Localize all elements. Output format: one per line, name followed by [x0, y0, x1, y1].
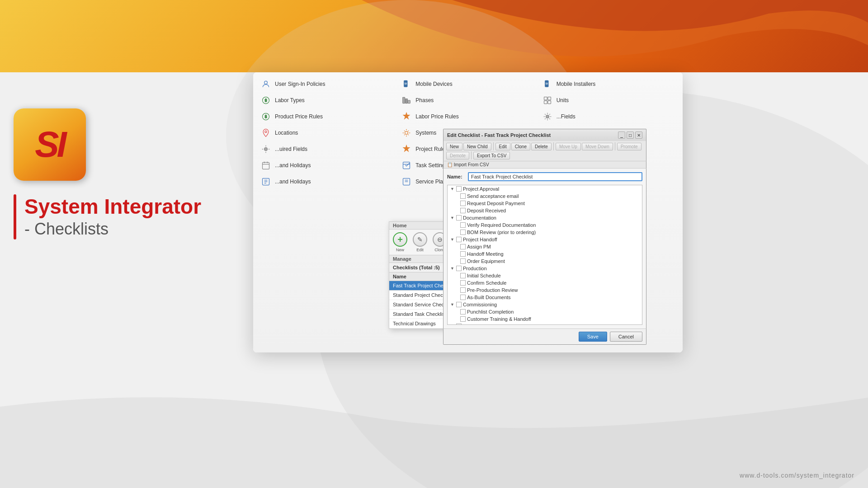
new-label: New — [396, 248, 404, 252]
new-button[interactable]: + — [393, 232, 407, 247]
nav-label-units: Units — [557, 97, 569, 103]
nav-units[interactable]: Units — [538, 92, 679, 108]
tree-send-acceptance[interactable]: Send acceptance email — [448, 192, 642, 200]
tree-confirm-schedule[interactable]: Confirm Schedule — [448, 279, 642, 286]
tree-label: Pre-Production Review — [467, 287, 518, 293]
tree-checkbox[interactable] — [456, 266, 462, 271]
phases-icon — [401, 95, 412, 106]
toolbar-promote-button[interactable]: Promote — [617, 143, 642, 150]
tree-checkbox[interactable] — [460, 287, 466, 293]
toolbar-clone-button[interactable]: Clone — [511, 143, 530, 150]
tree-as-built-documents[interactable]: As-Built Documents — [448, 294, 642, 301]
tree-handoff-meeting[interactable]: Handoff Meeting — [448, 250, 642, 258]
nav-user-sign-in[interactable]: User Sign-In Policies — [257, 76, 397, 92]
logo-text: SI — [35, 127, 65, 163]
tree-label: Deposit Received — [467, 208, 506, 213]
svg-point-18 — [546, 115, 549, 118]
tree-assign-pm[interactable]: Assign PM — [448, 243, 642, 250]
name-field-row: Name: — [447, 172, 642, 181]
tree-project-handoff[interactable]: ▼ Project Handoff — [448, 236, 642, 243]
tree-checkbox[interactable] — [460, 201, 466, 206]
tree-request-deposit[interactable]: Request Deposit Payment — [448, 200, 642, 207]
nav-required-fields[interactable]: ...uired Fields — [257, 141, 397, 157]
toolbar-move-down-button[interactable]: Move Down — [582, 143, 613, 150]
tree-bom-review[interactable]: BOM Review (prior to ordering) — [448, 229, 642, 236]
tree-checkbox[interactable] — [460, 230, 466, 235]
nav-label-custom-fields: ...Fields — [557, 113, 576, 120]
tree-order-equipment[interactable]: Order Equipment — [448, 258, 642, 265]
nav-service-plan-items[interactable]: ...and Holidays — [257, 174, 397, 190]
toolbar-delete-button[interactable]: Delete — [531, 143, 552, 150]
tree-checkbox[interactable] — [460, 193, 466, 199]
tree-checkbox[interactable] — [456, 215, 462, 221]
svg-rect-13 — [547, 97, 551, 100]
toolbar-demote-button[interactable]: Demote — [446, 152, 469, 160]
nav-holidays[interactable]: ...and Holidays — [257, 157, 397, 174]
expand-icon: ▼ — [450, 324, 455, 325]
nav-mobile-devices[interactable]: SI Mobile Devices — [397, 76, 538, 92]
tree-punchlist-completion[interactable]: Punchlist Completion — [448, 308, 642, 315]
toolbar-new-button[interactable]: New — [446, 143, 462, 150]
tree-documentation[interactable]: ▼ Documentation — [448, 214, 642, 221]
tree-production[interactable]: ▼ Production — [448, 265, 642, 272]
tree-checkbox[interactable] — [456, 302, 462, 307]
tree-checkbox[interactable] — [460, 251, 466, 257]
tree-project-closeout[interactable]: ▼ Project Closeout — [448, 323, 642, 325]
brand-block: System Integrator - Checklists — [14, 194, 201, 239]
tree-checkbox[interactable] — [460, 208, 466, 213]
task-settings-icon — [401, 160, 412, 171]
tree-deposit-received[interactable]: Deposit Received — [448, 207, 642, 214]
tree-checkbox[interactable] — [460, 309, 466, 314]
labor-price-rules-icon — [401, 111, 412, 122]
nav-labor-price-rules[interactable]: Labor Price Rules — [397, 108, 538, 125]
nav-product-price-rules[interactable]: $ Product Price Rules — [257, 108, 397, 125]
name-input[interactable] — [468, 172, 642, 181]
tree-checkbox[interactable] — [460, 280, 466, 286]
tree-project-approval[interactable]: ▼ Project Approval — [448, 185, 642, 192]
name-label: Name: — [447, 174, 464, 179]
maximize-button[interactable]: □ — [627, 131, 634, 139]
nav-mobile-installers[interactable]: SI Mobile Installers — [538, 76, 679, 92]
tree-label: BOM Review (prior to ordering) — [467, 230, 536, 235]
checklist-tree: ▼ Project Approval Send acceptance email… — [447, 185, 642, 325]
brand-subtitle: - Checklists — [24, 220, 201, 239]
cancel-button[interactable]: Cancel — [610, 332, 642, 342]
tree-customer-training[interactable]: Customer Training & Handoff — [448, 315, 642, 323]
tree-commissioning[interactable]: ▼ Commissioning — [448, 301, 642, 308]
svg-text:SI: SI — [545, 82, 548, 85]
tree-checkbox[interactable] — [460, 222, 466, 228]
toolbar-move-up-button[interactable]: Move Up — [556, 143, 581, 150]
tree-checkbox[interactable] — [456, 324, 462, 325]
close-button[interactable]: ✕ — [635, 131, 642, 139]
tree-checkbox[interactable] — [460, 273, 466, 278]
tree-checkbox[interactable] — [460, 244, 466, 249]
minimize-button[interactable]: _ — [618, 131, 625, 139]
nav-labor-types[interactable]: $ Labor Types — [257, 92, 397, 108]
toolbar-export-csv-button[interactable]: Export To CSV — [473, 152, 510, 160]
tree-label: Initial Schedule — [467, 273, 501, 278]
nav-phases[interactable]: Phases — [397, 92, 538, 108]
edit-btn-group: ✎ Edit — [413, 232, 427, 252]
tree-checkbox[interactable] — [456, 186, 462, 192]
tree-label: Send acceptance email — [467, 193, 519, 199]
labor-types-icon: $ — [260, 95, 271, 106]
units-icon — [542, 95, 553, 106]
svg-point-2 — [264, 81, 268, 84]
edit-button[interactable]: ✎ — [413, 232, 427, 247]
save-button[interactable]: Save — [579, 332, 607, 342]
toolbar-edit-button[interactable]: Edit — [495, 143, 510, 150]
svg-rect-23 — [263, 162, 269, 169]
nav-custom-fields[interactable]: ...Fields — [538, 108, 679, 125]
tree-checkbox[interactable] — [456, 237, 462, 242]
nav-label-phases: Phases — [415, 97, 434, 103]
import-csv-row[interactable]: 📋 Import From CSV — [443, 161, 646, 169]
tree-checkbox[interactable] — [460, 316, 466, 322]
tree-pre-production-review[interactable]: Pre-Production Review — [448, 286, 642, 294]
tree-checkbox[interactable] — [460, 258, 466, 264]
nav-locations[interactable]: Locations — [257, 125, 397, 141]
tree-initial-schedule[interactable]: Initial Schedule — [448, 272, 642, 279]
tree-checkbox[interactable] — [460, 295, 466, 300]
toolbar-new-child-button[interactable]: New Child — [463, 143, 491, 150]
tree-verify-required[interactable]: Verify Required Documentation — [448, 221, 642, 229]
svg-rect-27 — [403, 162, 410, 169]
